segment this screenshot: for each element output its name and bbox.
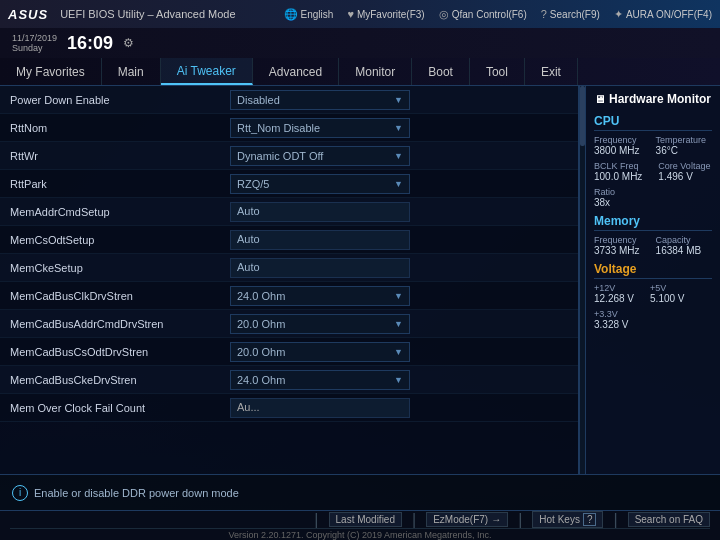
heart-icon: ♥ [347,8,354,20]
flag-icon: 🌐 [284,8,298,21]
setting-row-memaddrcmd: MemAddrCmdSetup Auto [0,198,578,226]
rttpark-dropdown[interactable]: RZQ/5▼ [230,174,410,194]
setting-label-memcadcsodt: MemCadBusCsOdtDrvStren [10,346,230,358]
ez-mode-btn[interactable]: EzMode(F7) → [426,512,508,527]
setting-row-rttwr: RttWr Dynamic ODT Off▼ [0,142,578,170]
setting-label-memcadcke: MemCadBusCkeDrvStren [10,374,230,386]
tab-my-favorites[interactable]: My Favorites [0,58,102,85]
asus-logo: ASUS [8,7,48,22]
tab-monitor[interactable]: Monitor [339,58,412,85]
setting-row-memcadcke: MemCadBusCkeDrvStren 24.0 Ohm▼ [0,366,578,394]
tab-exit[interactable]: Exit [525,58,578,85]
search-icon: ? [541,8,547,20]
scrollbar[interactable] [579,86,585,474]
setting-label-memcsodt: MemCsOdtSetup [10,234,230,246]
separator: | [518,511,522,529]
setting-row-memcadclk: MemCadBusClkDrvStren 24.0 Ohm▼ [0,282,578,310]
setting-label-rttnom: RttNom [10,122,230,134]
top-bar-actions: 🌐 English ♥ MyFavorite(F3) ◎ Qfan Contro… [284,8,712,21]
hot-keys-badge: ? [583,513,597,526]
fan-icon: ◎ [439,8,449,21]
setting-row-memocfc: Mem Over Clock Fail Count Au... [0,394,578,422]
setting-value-memcadaddr: 20.0 Ohm▼ [230,314,568,334]
setting-row-rttpark: RttPark RZQ/5▼ [0,170,578,198]
aura-icon: ✦ [614,8,623,21]
hot-keys-btn[interactable]: Hot Keys ? [532,511,603,528]
setting-row-memcke: MemCkeSetup Auto [0,254,578,282]
language-selector[interactable]: 🌐 English [284,8,334,21]
setting-value-power-down: Disabled▼ [230,90,568,110]
nav-bar: My Favorites Main Ai Tweaker Advanced Mo… [0,58,720,86]
separator: | [314,511,318,529]
hw-cpu-freq: Frequency 3800 MHz [594,135,640,156]
setting-label-memcadclk: MemCadBusClkDrvStren [10,290,230,302]
chevron-down-icon: ▼ [394,123,403,133]
datetime-bar: 11/17/2019 Sunday 16:09 ⚙ [0,28,720,58]
separator: | [613,511,617,529]
memcadcsodt-dropdown[interactable]: 20.0 Ohm▼ [230,342,410,362]
setting-value-memcke: Auto [230,258,568,278]
setting-row-rttnom: RttNom Rtt_Nom Disable▼ [0,114,578,142]
settings-panel: Power Down Enable Disabled▼ RttNom Rtt_N… [0,86,579,474]
chevron-down-icon: ▼ [394,319,403,329]
setting-label-power-down: Power Down Enable [10,94,230,106]
bottom-bar-actions: | Last Modified | EzMode(F7) → | Hot Key… [10,511,710,529]
setting-label-memcke: MemCkeSetup [10,262,230,274]
setting-row-memcadaddr: MemCadBusAddrCmdDrvStren 20.0 Ohm▼ [0,310,578,338]
memcadclk-dropdown[interactable]: 24.0 Ohm▼ [230,286,410,306]
hw-bclk-freq: BCLK Freq 100.0 MHz [594,161,642,182]
tab-main[interactable]: Main [102,58,161,85]
tab-advanced[interactable]: Advanced [253,58,339,85]
setting-label-rttpark: RttPark [10,178,230,190]
hw-core-voltage: Core Voltage 1.496 V [658,161,710,182]
time-display: 16:09 [67,33,113,54]
setting-value-memocfc: Au... [230,398,568,418]
hw-voltage-section-title: Voltage [594,262,712,279]
memcadaddr-dropdown[interactable]: 20.0 Ohm▼ [230,314,410,334]
last-modified-btn[interactable]: Last Modified [329,512,402,527]
chevron-down-icon: ▼ [394,179,403,189]
chevron-down-icon: ▼ [394,151,403,161]
hw-v12: +12V 12.268 V [594,283,634,304]
memcadcke-dropdown[interactable]: 24.0 Ohm▼ [230,370,410,390]
language-label: English [301,9,334,20]
hw-voltage-12-5: +12V 12.268 V +5V 5.100 V [594,283,712,304]
info-bar: i Enable or disable DDR power down mode [0,474,720,510]
app-title: UEFI BIOS Utility – Advanced Mode [60,8,235,20]
hw-mem-capacity: Capacity 16384 MB [656,235,702,256]
setting-value-rttnom: Rtt_Nom Disable▼ [230,118,568,138]
memcke-value: Auto [230,258,410,278]
hw-v5: +5V 5.100 V [650,283,684,304]
chevron-down-icon: ▼ [394,347,403,357]
power-down-dropdown[interactable]: Disabled▼ [230,90,410,110]
hw-cpu-section-title: CPU [594,114,712,131]
hw-monitor-panel: 🖥 Hardware Monitor CPU Frequency 3800 MH… [585,86,720,474]
rttnom-dropdown[interactable]: Rtt_Nom Disable▼ [230,118,410,138]
search-btn[interactable]: ? Search(F9) [541,8,600,20]
hw-cpu-ratio: Ratio 38x [594,187,712,208]
tab-ai-tweaker[interactable]: Ai Tweaker [161,58,253,85]
setting-value-rttpark: RZQ/5▼ [230,174,568,194]
tab-tool[interactable]: Tool [470,58,525,85]
memcsodt-value: Auto [230,230,410,250]
chevron-down-icon: ▼ [394,291,403,301]
copyright-text: Version 2.20.1271. Copyright (C) 2019 Am… [10,529,710,540]
setting-row-power-down: Power Down Enable Disabled▼ [0,86,578,114]
tab-boot[interactable]: Boot [412,58,470,85]
hw-memory-section-title: Memory [594,214,712,231]
scrollbar-thumb[interactable] [580,86,585,146]
hw-voltage-33: +3.3V 3.328 V [594,309,712,330]
bottom-bar: | Last Modified | EzMode(F7) → | Hot Key… [0,510,720,540]
top-bar: ASUS UEFI BIOS Utility – Advanced Mode 🌐… [0,0,720,28]
settings-gear-icon[interactable]: ⚙ [123,36,134,50]
rttwr-dropdown[interactable]: Dynamic ODT Off▼ [230,146,410,166]
hw-cpu-temp: Temperature 36°C [656,135,707,156]
myfavorites-btn[interactable]: ♥ MyFavorite(F3) [347,8,424,20]
memaddrcmd-value: Auto [230,202,410,222]
setting-value-memcsodt: Auto [230,230,568,250]
search-faq-btn[interactable]: Search on FAQ [628,512,710,527]
qfan-btn[interactable]: ◎ Qfan Control(F6) [439,8,527,21]
hw-memory-freq-cap: Frequency 3733 MHz Capacity 16384 MB [594,235,712,256]
setting-value-rttwr: Dynamic ODT Off▼ [230,146,568,166]
aura-btn[interactable]: ✦ AURA ON/OFF(F4) [614,8,712,21]
